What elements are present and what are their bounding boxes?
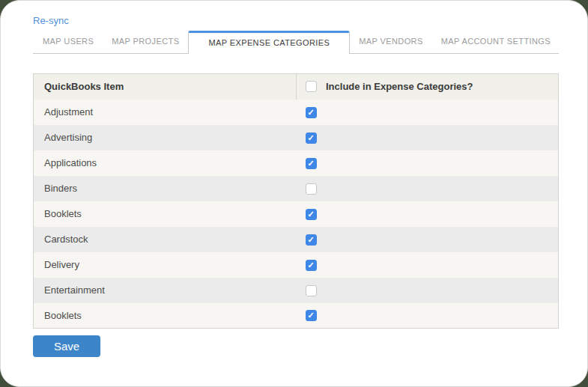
table-row: Advertising: [34, 125, 559, 150]
tab-map-projects[interactable]: MAP PROJECTS: [103, 31, 188, 53]
table-row: Adjustment: [34, 100, 559, 125]
column-header-include-label: Include in Expense Categories?: [326, 81, 473, 92]
map-tabbar: MAP USERSMAP PROJECTSMAP EXPENSE CATEGOR…: [33, 31, 559, 54]
quickbooks-item-cell: Delivery: [34, 252, 297, 278]
include-cell: [297, 201, 559, 227]
table-row: Entertainment: [34, 278, 559, 303]
quickbooks-item-cell: Advertising: [34, 125, 297, 150]
table-row: Applications: [34, 150, 559, 176]
include-cell: [297, 100, 559, 125]
column-header-quickbooks-item: QuickBooks Item: [34, 74, 297, 100]
include-cell: [297, 125, 559, 150]
save-button[interactable]: Save: [33, 335, 100, 357]
quickbooks-item-cell: Adjustment: [34, 100, 297, 125]
include-checkbox[interactable]: [306, 234, 317, 246]
include-cell: [297, 252, 559, 278]
resync-link[interactable]: Re-sync: [33, 15, 69, 26]
include-checkbox[interactable]: [306, 209, 317, 220]
tab-map-account-settings[interactable]: MAP ACCOUNT SETTINGS: [432, 31, 560, 53]
quickbooks-item-cell: Cardstock: [34, 227, 297, 252]
table-row: Booklets: [34, 201, 559, 227]
include-cell: [297, 303, 559, 329]
include-checkbox[interactable]: [306, 260, 317, 271]
table-row: Delivery: [34, 252, 559, 278]
include-cell: [297, 227, 559, 252]
tab-map-vendors[interactable]: MAP VENDORS: [350, 31, 432, 53]
include-checkbox[interactable]: [306, 285, 317, 296]
quickbooks-item-cell: Binders: [34, 176, 297, 201]
column-header-include: Include in Expense Categories?: [297, 74, 559, 100]
tab-map-expense-categories[interactable]: MAP EXPENSE CATEGORIES: [188, 31, 350, 54]
expense-categories-table: QuickBooks Item Include in Expense Categ…: [33, 73, 559, 329]
table-row: Binders: [34, 176, 559, 201]
select-all-checkbox[interactable]: [306, 81, 317, 92]
include-checkbox[interactable]: [306, 132, 317, 144]
table-header-row: QuickBooks Item Include in Expense Categ…: [34, 74, 559, 100]
include-checkbox[interactable]: [306, 158, 317, 169]
sync-settings-card: Re-sync MAP USERSMAP PROJECTSMAP EXPENSE…: [0, 0, 588, 387]
quickbooks-item-cell: Booklets: [34, 201, 297, 227]
include-cell: [297, 176, 559, 201]
include-cell: [297, 278, 559, 303]
include-checkbox[interactable]: [306, 107, 317, 118]
include-cell: [297, 150, 559, 176]
include-checkbox[interactable]: [306, 310, 317, 321]
quickbooks-item-cell: Booklets: [34, 303, 297, 329]
quickbooks-item-cell: Entertainment: [34, 278, 297, 303]
tab-map-users[interactable]: MAP USERS: [33, 31, 103, 53]
include-checkbox[interactable]: [306, 183, 317, 195]
quickbooks-item-cell: Applications: [34, 150, 297, 176]
table-row: Booklets: [34, 303, 559, 329]
table-row: Cardstock: [34, 227, 559, 252]
